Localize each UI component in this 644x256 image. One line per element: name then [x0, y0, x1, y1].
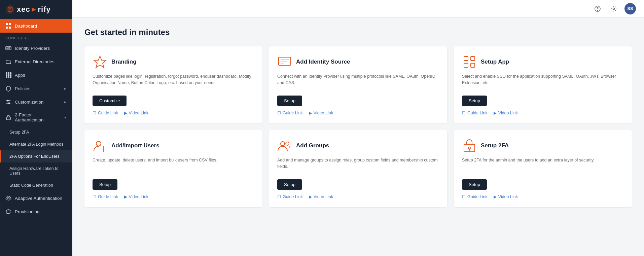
configure-section-label: Configure [0, 33, 72, 41]
guide-link[interactable]: ☐ Guide Link [277, 111, 303, 115]
svg-rect-33 [471, 57, 475, 61]
sidebar: xec►rify Dashboard Configure Identity Pr… [0, 0, 72, 256]
sidebar-item-alternate-2fa[interactable]: Alternate 2FA Login Methods [0, 138, 72, 150]
sidebar-item-customization[interactable]: Customization ► [0, 95, 72, 109]
customize-button[interactable]: Customize [93, 96, 127, 106]
play-icon: ▶ [309, 111, 312, 115]
guide-link[interactable]: ☐ Guide Link [93, 111, 118, 115]
id-card-icon [5, 45, 11, 51]
card-title: Setup App [481, 59, 509, 65]
setup-button[interactable]: Setup [462, 179, 487, 190]
svg-point-40 [286, 142, 289, 145]
card-title: Add Identity Source [296, 59, 350, 65]
sidebar-item-static-code[interactable]: Static Code Generation [0, 179, 72, 191]
card-add-groups: Add Groups Add and manage groups to assi… [269, 130, 447, 207]
guide-link[interactable]: ☐ Guide Link [93, 194, 118, 199]
svg-rect-32 [464, 57, 468, 61]
main-area: SS Get started in minutes Branding Custo… [72, 0, 644, 256]
external-link-icon: ☐ [277, 194, 281, 199]
user-avatar[interactable]: SS [624, 3, 636, 14]
sidebar-nav: Dashboard Configure Identity Providers E… [0, 19, 72, 256]
lock-box-icon [462, 138, 477, 153]
sidebar-item-label: Apps [15, 73, 25, 78]
svg-point-39 [281, 142, 285, 146]
svg-rect-14 [10, 74, 11, 76]
video-link[interactable]: ▶ Video Link [494, 111, 518, 115]
sidebar-item-setup-2fa[interactable]: Setup 2FA [0, 126, 72, 138]
sidebar-item-label: Customization [15, 100, 44, 105]
sidebar-item-provisioning[interactable]: Provisioning [0, 205, 72, 218]
svg-point-25 [597, 10, 598, 10]
svg-point-6 [6, 47, 8, 49]
svg-rect-8 [8, 48, 10, 49]
help-icon[interactable] [592, 3, 603, 14]
sidebar-item-label: Identity Providers [15, 46, 50, 51]
sidebar-item-label: Static Code Generation [9, 183, 53, 188]
video-link[interactable]: ▶ Video Link [494, 194, 518, 199]
svg-point-21 [8, 103, 10, 104]
sidebar-item-dashboard[interactable]: Dashboard [0, 19, 72, 33]
svg-rect-16 [8, 76, 9, 78]
svg-rect-34 [464, 63, 468, 67]
shield-icon [5, 85, 11, 92]
video-link[interactable]: ▶ Video Link [124, 194, 148, 199]
page-title: Get started in minutes [84, 28, 632, 37]
guide-link[interactable]: ☐ Guide Link [462, 111, 488, 115]
sidebar-item-label: 2FA Options For EndUsers [9, 154, 60, 159]
svg-rect-15 [6, 76, 7, 78]
external-link-icon: ☐ [93, 194, 96, 199]
logo-text: xec►rify [17, 5, 51, 14]
card-branding: Branding Customize pages like login, reg… [84, 46, 262, 123]
star-icon [93, 54, 107, 69]
card-desc: Add and manage groups to assign roles, g… [277, 157, 439, 173]
svg-rect-3 [6, 27, 8, 29]
chevron-right-icon: ► [64, 87, 67, 90]
svg-rect-1 [6, 23, 8, 25]
settings-icon[interactable] [608, 3, 619, 14]
card-add-identity-source: Add Identity Source Connect with an Iden… [269, 46, 447, 123]
sidebar-item-assign-hardware[interactable]: Assign Hardware Token to Users [0, 162, 72, 179]
guide-link[interactable]: ☐ Guide Link [462, 194, 488, 199]
sidebar-item-apps[interactable]: Apps [0, 68, 72, 82]
svg-rect-17 [10, 76, 11, 78]
play-icon: ▶ [124, 194, 127, 199]
card-title: Add/Import Users [111, 142, 159, 149]
card-setup-app: Setup App Select and enable SSO for the … [454, 46, 632, 123]
video-link[interactable]: ▶ Video Link [124, 111, 148, 115]
svg-rect-10 [8, 72, 9, 74]
card-links: ☐ Guide Link ▶ Video Link [277, 111, 439, 115]
video-link[interactable]: ▶ Video Link [309, 194, 333, 199]
card-desc: Setup 2FA for the admin and the users to… [462, 157, 624, 173]
play-icon: ▶ [309, 194, 312, 199]
users-icon [277, 138, 292, 153]
sidebar-item-label: 2-Factor Authentication [15, 112, 60, 122]
sidebar-item-policies[interactable]: Policies ► [0, 82, 72, 95]
card-header: Add Identity Source [277, 54, 439, 69]
sidebar-item-label: Assign Hardware Token to Users [9, 166, 67, 176]
sidebar-item-external-directories[interactable]: External Directories [0, 55, 72, 68]
setup-button[interactable]: Setup [93, 179, 117, 190]
setup-button[interactable]: Setup [462, 96, 487, 106]
card-title: Add Groups [296, 142, 329, 149]
sidebar-item-label: Provisioning [15, 209, 40, 214]
sidebar-item-adaptive-auth[interactable]: Adaptive Authentication [0, 191, 72, 205]
content-area: Get started in minutes Branding Customiz… [72, 17, 644, 256]
sidebar-item-label: Dashboard [15, 24, 37, 29]
sidebar-item-2fa-options[interactable]: 2FA Options For EndUsers [0, 150, 72, 162]
card-setup-2fa: Setup 2FA Setup 2FA for the admin and th… [454, 130, 632, 207]
cards-grid: Branding Customize pages like login, reg… [84, 46, 632, 207]
video-link[interactable]: ▶ Video Link [309, 111, 333, 115]
card-header: Add/Import Users [93, 138, 254, 153]
topbar: SS [72, 0, 644, 17]
sidebar-item-identity-providers[interactable]: Identity Providers [0, 41, 72, 55]
external-link-icon: ☐ [462, 111, 466, 115]
svg-rect-22 [6, 117, 10, 120]
card-header: Setup App [462, 54, 624, 69]
setup-button[interactable]: Setup [277, 96, 302, 106]
card-desc: Customize pages like login, registration… [93, 73, 254, 89]
user-plus-icon [93, 138, 107, 153]
card-desc: Connect with an Identity Provider using … [277, 73, 439, 89]
guide-link[interactable]: ☐ Guide Link [277, 194, 303, 199]
setup-button[interactable]: Setup [277, 179, 302, 190]
sidebar-item-2fa[interactable]: 2-Factor Authentication ▼ [0, 109, 72, 126]
